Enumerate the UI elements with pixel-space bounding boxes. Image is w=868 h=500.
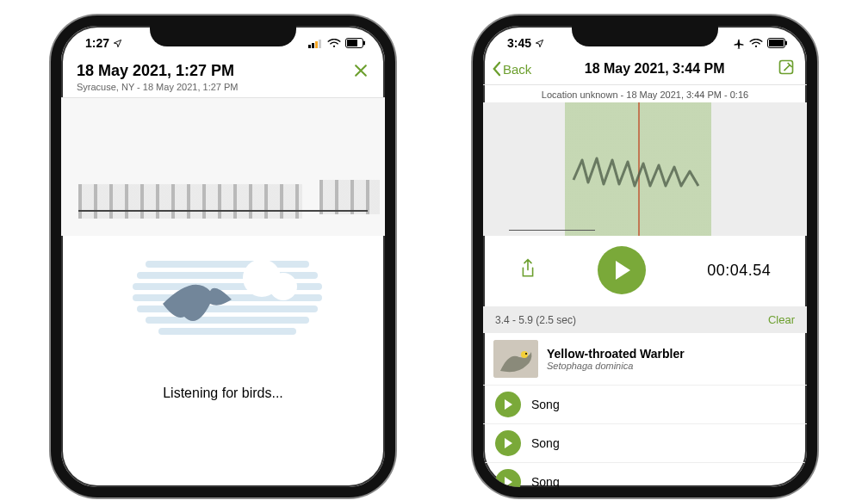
svg-rect-7 <box>363 41 365 46</box>
status-time: 3:45 <box>507 36 544 50</box>
svg-rect-21 <box>780 61 793 74</box>
play-button[interactable] <box>598 246 646 294</box>
recording-header: 18 May 2021, 1:27 PM Syracuse, NY - 18 M… <box>61 52 385 98</box>
waveform-icon <box>569 150 707 197</box>
airplane-mode-icon <box>733 38 745 49</box>
play-icon <box>503 476 513 487</box>
edit-button[interactable] <box>778 59 795 79</box>
signal-icon <box>308 39 323 48</box>
wifi-icon <box>327 39 341 48</box>
location-arrow-icon <box>113 39 122 48</box>
svg-rect-20 <box>785 41 787 46</box>
song-label: Song <box>531 475 560 487</box>
svg-rect-3 <box>319 40 321 48</box>
illustration <box>61 239 385 368</box>
close-icon <box>352 62 369 79</box>
status-bar: 3:45 <box>483 26 807 52</box>
phone-left: 1:27 18 May 2021, 1:27 PM Syracuse, NY -… <box>51 15 395 497</box>
species-row[interactable]: Yellow-throated Warbler Setophaga domini… <box>483 333 807 386</box>
species-thumbnail <box>493 340 538 378</box>
recording-title: 18 May 2021, 1:27 PM <box>77 62 239 80</box>
svg-rect-6 <box>347 40 357 46</box>
play-icon <box>503 437 513 449</box>
song-row[interactable]: Song <box>483 424 807 463</box>
selection-row: 3.4 - 5.9 (2.5 sec) Clear <box>483 306 807 333</box>
svg-rect-1 <box>312 43 314 48</box>
share-button[interactable] <box>519 258 536 282</box>
svg-rect-14 <box>158 328 296 335</box>
svg-rect-2 <box>315 41 318 48</box>
play-song-button[interactable] <box>495 392 521 417</box>
play-icon <box>503 398 513 410</box>
svg-point-4 <box>333 45 335 46</box>
song-label: Song <box>531 436 560 450</box>
playback-controls: 00:04.54 <box>483 236 807 306</box>
wifi-icon <box>749 39 763 48</box>
svg-rect-13 <box>146 317 309 324</box>
battery-icon <box>767 38 788 48</box>
play-song-button[interactable] <box>495 469 521 487</box>
status-bar: 1:27 <box>61 26 385 52</box>
back-label: Back <box>503 62 531 77</box>
back-button[interactable]: Back <box>492 61 531 77</box>
share-icon <box>519 258 536 279</box>
timecode: 00:04.54 <box>707 262 771 280</box>
edit-icon <box>778 59 795 76</box>
species-common-name: Yellow-throated Warbler <box>547 347 685 361</box>
nav-bar: Back 18 May 2021, 3:44 PM <box>483 52 807 85</box>
spectrogram[interactable] <box>483 102 807 236</box>
svg-point-24 <box>525 353 527 355</box>
svg-point-16 <box>270 273 297 300</box>
phone-right: 3:45 Back 18 May 2021, 3:44 PM Location … <box>473 15 817 497</box>
selection-range: 3.4 - 5.9 (2.5 sec) <box>495 314 576 326</box>
species-scientific-name: Setophaga dominica <box>547 361 685 371</box>
svg-rect-12 <box>137 306 318 312</box>
close-button[interactable] <box>352 62 369 83</box>
play-song-button[interactable] <box>495 430 521 456</box>
svg-rect-8 <box>146 261 309 268</box>
clear-selection-button[interactable]: Clear <box>768 313 795 326</box>
chevron-left-icon <box>492 61 501 77</box>
svg-rect-0 <box>308 45 311 48</box>
svg-rect-19 <box>769 40 784 46</box>
play-icon <box>611 259 632 281</box>
svg-point-17 <box>755 45 757 46</box>
song-row[interactable]: Song <box>483 463 807 487</box>
bird-silhouette-icon <box>163 285 232 321</box>
nav-title: 18 May 2021, 3:44 PM <box>585 61 725 77</box>
spectrogram-live <box>61 98 385 236</box>
status-time: 1:27 <box>85 36 122 50</box>
song-row[interactable]: Song <box>483 386 807 424</box>
battery-icon <box>345 38 366 48</box>
listening-label: Listening for birds... <box>61 386 385 401</box>
recording-subheader: Location unknown - 18 May 2021, 3:44 PM … <box>483 85 807 102</box>
svg-point-23 <box>521 351 528 358</box>
song-label: Song <box>531 398 560 411</box>
location-arrow-icon <box>535 39 544 48</box>
recording-subtitle: Syracuse, NY - 18 May 2021, 1:27 PM <box>77 82 239 92</box>
